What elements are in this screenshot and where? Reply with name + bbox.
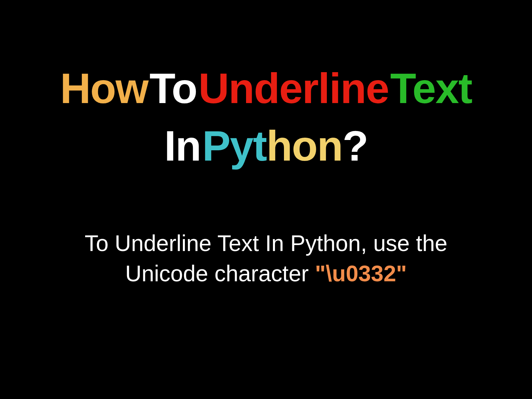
title-line-1: How To Underline Text xyxy=(60,60,472,117)
title-word-pyt: Pyt xyxy=(202,122,266,170)
title-word-in: In xyxy=(164,122,201,170)
subtitle-line-1: To Underline Text In Python, use the xyxy=(84,228,447,259)
title-word-python: Python xyxy=(202,122,342,170)
title-word-text: Text xyxy=(390,65,472,112)
title-word-question: ? xyxy=(342,122,368,170)
subtitle-line-2: Unicode character "\u0332" xyxy=(84,258,447,289)
title-word-to: To xyxy=(149,65,197,112)
title-line-2: In Python? xyxy=(60,117,472,175)
main-title: How To Underline Text In Python? xyxy=(60,60,472,175)
title-word-hon: hon xyxy=(266,122,342,170)
unicode-code: "\u0332" xyxy=(315,261,407,286)
subtitle-prefix: Unicode character xyxy=(125,261,315,286)
title-word-how: How xyxy=(60,65,148,112)
subtitle: To Underline Text In Python, use the Uni… xyxy=(84,228,447,289)
title-word-underline: Underline xyxy=(199,65,389,112)
